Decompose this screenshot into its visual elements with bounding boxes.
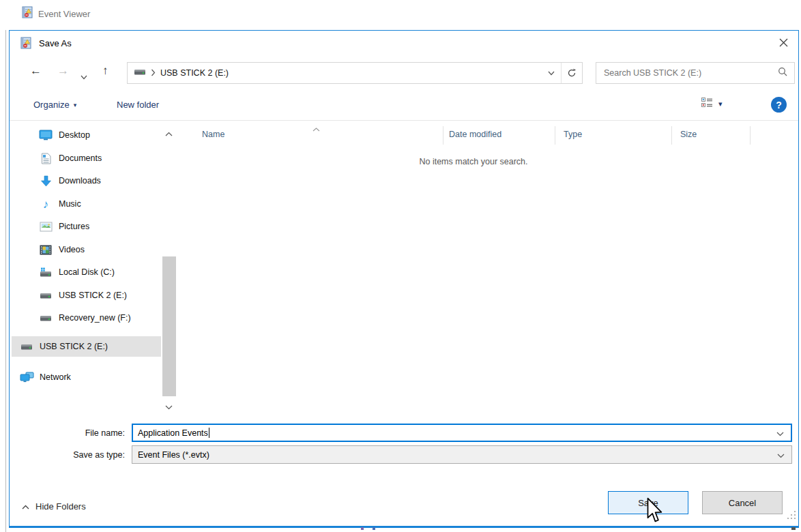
sidebar-item-label: Downloads xyxy=(59,176,101,186)
toolbar-separator xyxy=(10,120,798,121)
recent-locations-chevron-icon[interactable] xyxy=(81,70,87,83)
file-name-value: Application Events xyxy=(138,428,208,438)
address-dropdown-chevron-icon[interactable] xyxy=(541,63,562,83)
up-icon[interactable]: ↑ xyxy=(102,65,108,76)
save-as-type-select[interactable]: Event Files (*.evtx) xyxy=(132,445,792,464)
new-folder-button[interactable]: New folder xyxy=(117,100,159,110)
event-viewer-window-edge xyxy=(5,0,6,532)
close-icon[interactable] xyxy=(768,31,798,54)
column-separator[interactable] xyxy=(671,126,672,145)
videos-icon xyxy=(38,245,53,255)
sidebar-item-label: USB STICK 2 (E:) xyxy=(59,291,127,300)
desktop-icon xyxy=(38,130,53,141)
column-separator[interactable] xyxy=(555,126,555,145)
drive-icon xyxy=(134,67,146,79)
save-as-type-label: Save as type: xyxy=(50,450,125,460)
chevron-down-icon: ▾ xyxy=(74,102,77,108)
hide-folders-button[interactable]: Hide Folders xyxy=(22,500,86,512)
dialog-title: Save As xyxy=(39,38,72,48)
sidebar-item-local-disk-c[interactable]: Local Disk (C:) xyxy=(10,264,161,280)
sidebar-item-network[interactable]: Network xyxy=(10,369,161,385)
background-window-fragment xyxy=(373,527,375,530)
mouse-cursor-icon xyxy=(645,497,663,526)
sidebar-item-label: Network xyxy=(40,372,71,382)
breadcrumb[interactable]: USB STICK 2 (E:) xyxy=(160,68,541,78)
refresh-icon[interactable] xyxy=(562,63,582,83)
sidebar-item-usb-stick-2-e-selected[interactable]: USB STICK 2 (E:) xyxy=(10,338,161,355)
search-icon[interactable] xyxy=(778,67,787,79)
sidebar-item-label: Documents xyxy=(59,153,102,163)
sidebar-item-label: Videos xyxy=(59,245,85,254)
chevron-down-icon[interactable] xyxy=(777,449,785,461)
column-separator[interactable] xyxy=(750,126,751,145)
window-title: Event Viewer xyxy=(38,9,90,19)
organize-button[interactable]: Organize ▾ xyxy=(33,100,76,110)
column-separator[interactable] xyxy=(443,126,443,145)
sidebar-item-videos[interactable]: Videos xyxy=(10,241,161,258)
breadcrumb-chevron-icon xyxy=(151,67,156,79)
sidebar-item-label: Desktop xyxy=(59,130,90,140)
sidebar-item-music[interactable]: ♪ Music xyxy=(10,196,161,212)
screen: Event Viewer Save As ← → ↑ USB STICK 2 (… xyxy=(0,0,801,532)
sidebar-item-pictures[interactable]: Pictures xyxy=(10,218,161,235)
sidebar-scroll-down-icon[interactable] xyxy=(165,400,173,413)
music-icon: ♪ xyxy=(38,198,53,210)
text-caret xyxy=(209,428,209,438)
sidebar-scrollbar-thumb[interactable] xyxy=(162,256,176,396)
chevron-down-icon[interactable] xyxy=(776,427,784,439)
new-folder-label: New folder xyxy=(117,100,159,110)
address-bar[interactable]: USB STICK 2 (E:) xyxy=(127,62,583,84)
chevron-up-icon xyxy=(22,500,29,512)
event-viewer-titlebar: Event Viewer xyxy=(0,0,801,30)
column-header-type[interactable]: Type xyxy=(564,130,582,139)
organize-label: Organize xyxy=(33,100,70,110)
search-placeholder: Search USB STICK 2 (E:) xyxy=(604,68,778,78)
save-as-type-value: Event Files (*.evtx) xyxy=(138,450,209,460)
sidebar-item-documents[interactable]: Documents xyxy=(10,150,161,166)
network-icon xyxy=(19,372,34,383)
sidebar-item-label: Pictures xyxy=(59,222,89,231)
sidebar-item-label: USB STICK 2 (E:) xyxy=(40,342,108,351)
documents-icon xyxy=(38,153,53,164)
forward-icon: → xyxy=(57,65,69,76)
usb-drive-icon xyxy=(19,342,34,351)
cancel-button-label: Cancel xyxy=(729,498,756,508)
usb-drive-icon xyxy=(38,291,53,300)
sidebar-item-label: Local Disk (C:) xyxy=(59,267,115,277)
sidebar-item-label: Recovery_new (F:) xyxy=(59,313,131,323)
change-view-button[interactable]: ▾ xyxy=(701,98,723,110)
back-icon[interactable]: ← xyxy=(30,65,42,76)
sidebar-item-desktop[interactable]: Desktop xyxy=(10,127,161,143)
background-window-fragment xyxy=(361,527,364,530)
save-as-dialog: Save As ← → ↑ USB STICK 2 (E:) xyxy=(9,30,799,528)
column-header-name[interactable]: Name xyxy=(202,130,224,139)
search-input[interactable]: Search USB STICK 2 (E:) xyxy=(596,62,795,84)
file-name-input[interactable]: Application Events xyxy=(132,424,792,442)
sort-ascending-icon xyxy=(312,122,320,134)
column-header-date-modified[interactable]: Date modified xyxy=(449,130,501,139)
sidebar-item-recovery-new-f[interactable]: Recovery_new (F:) xyxy=(10,310,161,326)
sidebar-scroll-up-icon[interactable] xyxy=(165,127,173,139)
save-as-dialog-icon xyxy=(20,37,33,53)
event-viewer-icon xyxy=(21,6,34,22)
empty-folder-message: No items match your search. xyxy=(187,157,760,166)
local-disk-icon xyxy=(38,267,53,278)
usb-drive-icon xyxy=(38,314,53,323)
cancel-button[interactable]: Cancel xyxy=(702,491,783,514)
pictures-icon xyxy=(38,222,53,232)
hide-folders-label: Hide Folders xyxy=(35,501,86,512)
chevron-down-icon: ▾ xyxy=(718,100,723,108)
file-name-label: File name: xyxy=(50,428,125,438)
help-icon[interactable]: ? xyxy=(771,97,787,113)
sidebar-item-downloads[interactable]: Downloads xyxy=(10,173,161,189)
resize-grip-icon[interactable] xyxy=(786,509,797,523)
views-icon xyxy=(701,98,713,110)
sidebar-item-usb-stick-2-e[interactable]: USB STICK 2 (E:) xyxy=(10,287,161,304)
column-header-size[interactable]: Size xyxy=(680,130,697,139)
background-window-fragment xyxy=(791,527,796,530)
downloads-icon xyxy=(38,175,53,187)
sidebar-item-label: Music xyxy=(59,199,81,209)
